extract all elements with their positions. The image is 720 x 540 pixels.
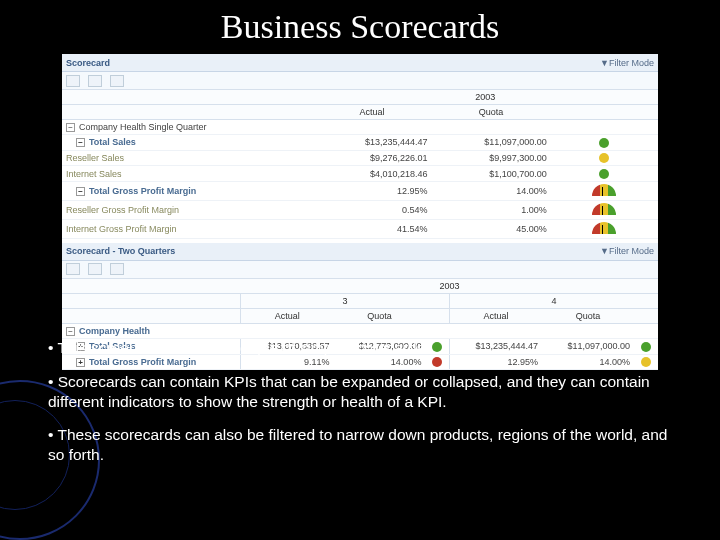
scorecard1-header: Scorecard ▼Filter Mode [62, 54, 658, 72]
col-quota: Quota [542, 308, 634, 323]
cell-value: 12.95% [312, 181, 431, 200]
col-quota: Quota [333, 308, 425, 323]
cell-value: 45.00% [432, 219, 551, 238]
scorecard2-filter-mode[interactable]: ▼Filter Mode [600, 246, 654, 256]
table-row: Reseller Gross Profit Margin 0.54% 1.00% [62, 200, 658, 219]
scorecard2-toolbar [62, 261, 658, 279]
cell-value: $4,010,218.46 [312, 166, 431, 182]
cell-value: 41.54% [312, 219, 431, 238]
scorecard1-filter-mode[interactable]: ▼Filter Mode [600, 58, 654, 68]
gauge-icon [592, 184, 616, 196]
cell-value: 14.00% [432, 181, 551, 200]
scorecard1-table: 2003 Actual Quota −Company Health Single… [62, 90, 658, 239]
bullet-1: • This screenshot shows a couple of simp… [48, 338, 668, 358]
table-row: −Total Gross Profit Margin 12.95% 14.00% [62, 181, 658, 200]
scorecard2-title: Scorecard - Two Quarters [66, 246, 175, 256]
cell-value: $9,997,300.00 [432, 150, 551, 166]
scorecard2-header: Scorecard - Two Quarters ▼Filter Mode [62, 243, 658, 261]
group-label: Company Health [79, 326, 150, 336]
row-total-sales-label: Total Sales [89, 137, 136, 147]
collapse-icon[interactable]: − [66, 123, 75, 132]
col-actual: Actual [241, 308, 334, 323]
group-label: Company Health Single Quarter [79, 122, 207, 132]
row-reseller-gpm-label: Reseller Gross Profit Margin [62, 200, 312, 219]
indicator-green-icon [599, 169, 609, 179]
collapse-icon[interactable]: − [66, 327, 75, 336]
collapse-icon[interactable]: − [76, 138, 85, 147]
toolbar-icon[interactable] [88, 75, 102, 87]
cell-value: $1,100,700.00 [432, 166, 551, 182]
table-row: −Total Sales $13,235,444.47 $11,097,000.… [62, 135, 658, 151]
cell-value: 0.54% [312, 200, 431, 219]
toolbar-icon[interactable] [66, 263, 80, 275]
indicator-green-icon [599, 138, 609, 148]
toolbar-icon[interactable] [88, 263, 102, 275]
scorecard1-toolbar [62, 72, 658, 90]
scorecard1-title: Scorecard [66, 58, 110, 68]
toolbar-icon[interactable] [66, 75, 80, 87]
indicator-yellow-icon [599, 153, 609, 163]
col-quota: Quota [432, 105, 551, 120]
collapse-icon[interactable]: − [76, 187, 85, 196]
toolbar-icon[interactable] [110, 263, 124, 275]
screenshot-container: Scorecard ▼Filter Mode 2003 Actual Quota… [62, 54, 658, 370]
scorecard2-year: 2003 [241, 279, 658, 294]
table-row: Reseller Sales $9,276,226.01 $9,997,300.… [62, 150, 658, 166]
table-row: −Company Health Single Quarter [62, 120, 658, 135]
cell-value: 1.00% [432, 200, 551, 219]
toolbar-icon[interactable] [110, 75, 124, 87]
cell-value: $9,276,226.01 [312, 150, 431, 166]
gauge-icon [592, 222, 616, 234]
q4-header: 4 [449, 293, 658, 308]
row-reseller-sales-label: Reseller Sales [62, 150, 312, 166]
col-actual: Actual [312, 105, 431, 120]
col-actual: Actual [449, 308, 542, 323]
bullet-2: • Scorecards can contain KPIs that can b… [48, 372, 668, 412]
bullet-3: • These scorecards can also be filtered … [48, 425, 668, 465]
bullet-list: • This screenshot shows a couple of simp… [48, 338, 668, 479]
scorecard1-year: 2003 [312, 90, 658, 105]
table-row: Internet Sales $4,010,218.46 $1,100,700.… [62, 166, 658, 182]
cell-value: $11,097,000.00 [432, 135, 551, 151]
row-internet-gpm-label: Internet Gross Profit Margin [62, 219, 312, 238]
row-internet-sales-label: Internet Sales [62, 166, 312, 182]
gauge-icon [592, 203, 616, 215]
cell-value: $13,235,444.47 [312, 135, 431, 151]
table-row: −Company Health [62, 323, 658, 338]
table-row: Internet Gross Profit Margin 41.54% 45.0… [62, 219, 658, 238]
slide-title: Business Scorecards [0, 0, 720, 50]
q3-header: 3 [241, 293, 450, 308]
row-tgpm-label: Total Gross Profit Margin [89, 186, 196, 196]
